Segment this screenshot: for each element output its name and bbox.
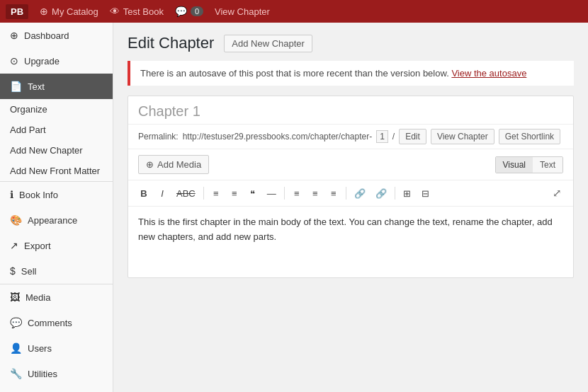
- logo: PB: [6, 4, 28, 19]
- sidebar-item-label: Users: [28, 343, 52, 354]
- top-bar: PB ⊕ My Catalog 👁 Test Book 💬 0 View Cha…: [0, 0, 588, 23]
- media-icon: 🖼: [10, 292, 20, 303]
- permalink-id: 1: [376, 130, 388, 143]
- link-button[interactable]: 🔗: [350, 185, 370, 202]
- add-media-icon: ⊕: [146, 159, 154, 170]
- appearance-icon: 🎨: [10, 214, 22, 226]
- toolbar-separator-3: [346, 187, 346, 200]
- sidebar-item-add-new-front-matter[interactable]: Add New Front Matter: [0, 161, 113, 181]
- add-media-label: Add Media: [157, 159, 201, 170]
- unlink-button[interactable]: 🔗: [371, 185, 391, 202]
- comments-icon: 💬: [10, 317, 22, 328]
- sidebar-item-label: Appearance: [28, 215, 77, 226]
- sidebar-item-comments[interactable]: 💬 Comments: [0, 310, 113, 335]
- sidebar-item-label: Text: [28, 81, 45, 92]
- chapter-title-input[interactable]: [138, 103, 563, 120]
- editor-box: Permalink: http://testuser29.pressbooks.…: [128, 96, 574, 278]
- toolbar-separator-1: [203, 187, 204, 200]
- sidebar-item-label: Media: [26, 292, 50, 303]
- eye-icon: 👁: [110, 6, 120, 17]
- sidebar-item-add-new-chapter[interactable]: Add New Chapter: [0, 140, 113, 161]
- strikethrough-button[interactable]: ABC: [172, 185, 200, 202]
- sidebar-item-label: Upgrade: [24, 56, 60, 67]
- italic-button[interactable]: I: [154, 185, 171, 202]
- page-title: Edit Chapter: [128, 34, 214, 52]
- comments-link[interactable]: 💬 0: [175, 6, 203, 17]
- users-icon: 👤: [10, 342, 22, 354]
- special-char-button[interactable]: ⊟: [417, 185, 434, 202]
- ordered-list-button[interactable]: ≡: [226, 185, 243, 202]
- sidebar-item-label: Export: [24, 241, 51, 251]
- editor-toolbar: B I ABC ≡ ≡ ❝ — ≡ ≡ ≡ 🔗 🔗 ⊞ ⊟ ⤢: [128, 180, 573, 207]
- dashboard-icon: ⊕: [10, 30, 18, 41]
- my-catalog-link[interactable]: ⊕ My Catalog: [40, 6, 98, 17]
- sidebar-item-media[interactable]: 🖼 Media: [0, 284, 113, 310]
- autosave-notice: There is an autosave of this post that i…: [128, 61, 574, 86]
- visual-tab[interactable]: Visual: [496, 157, 533, 173]
- layout: ⊕ Dashboard ⊙ Upgrade 📄 Text Organize Ad…: [0, 23, 588, 392]
- sidebar-item-label: Dashboard: [24, 30, 69, 41]
- book-info-icon: ℹ: [10, 189, 13, 200]
- align-center-button[interactable]: ≡: [307, 185, 324, 202]
- align-right-button[interactable]: ≡: [325, 185, 342, 202]
- view-chapter-link[interactable]: View Chapter: [215, 6, 270, 17]
- autosave-text: There is an autosave of this post that i…: [140, 68, 449, 79]
- add-new-chapter-button[interactable]: Add New Chapter: [224, 35, 312, 52]
- sidebar-item-export[interactable]: ↗ Export: [0, 233, 113, 258]
- add-media-button[interactable]: ⊕ Add Media: [138, 155, 209, 174]
- visual-text-toggle: Visual Text: [495, 156, 563, 173]
- sidebar-item-add-part[interactable]: Add Part: [0, 120, 113, 140]
- comment-count: 0: [191, 6, 203, 16]
- permalink-url: http://testuser29.pressbooks.com/chapter…: [183, 132, 372, 142]
- sidebar-item-users[interactable]: 👤 Users: [0, 335, 113, 361]
- sidebar-item-utilities[interactable]: 🔧 Utilities: [0, 361, 113, 386]
- align-left-button[interactable]: ≡: [288, 185, 305, 202]
- autosave-link[interactable]: View the autosave: [451, 68, 526, 79]
- insert-table-button[interactable]: ⊞: [399, 185, 416, 202]
- sidebar-item-upgrade[interactable]: ⊙ Upgrade: [0, 48, 113, 74]
- export-icon: ↗: [10, 240, 18, 251]
- toolbar-separator-4: [395, 187, 395, 200]
- view-chapter-label: View Chapter: [215, 6, 270, 17]
- test-book-label: Test Book: [123, 6, 164, 17]
- editor-body[interactable]: This is the first chapter in the main bo…: [128, 207, 573, 277]
- sidebar-item-label: Comments: [28, 318, 72, 328]
- unordered-list-button[interactable]: ≡: [208, 185, 225, 202]
- main-content: Edit Chapter Add New Chapter There is an…: [113, 23, 588, 392]
- test-book-link[interactable]: 👁 Test Book: [110, 6, 164, 17]
- permalink-label: Permalink:: [138, 132, 179, 142]
- toolbar-separator-2: [284, 187, 285, 200]
- get-shortlink-button[interactable]: Get Shortlink: [499, 129, 560, 144]
- comment-icon: 💬: [175, 6, 187, 17]
- blockquote-button[interactable]: ❝: [244, 185, 261, 202]
- permalink-slash: /: [392, 132, 395, 142]
- upgrade-icon: ⊙: [10, 55, 18, 67]
- sidebar-item-label: Book Info: [19, 190, 58, 200]
- sidebar-item-organize[interactable]: Organize: [0, 99, 113, 120]
- utilities-icon: 🔧: [10, 368, 22, 379]
- sell-icon: $: [10, 265, 16, 277]
- edit-permalink-button[interactable]: Edit: [399, 129, 426, 144]
- my-catalog-label: My Catalog: [52, 6, 98, 17]
- chapter-title-bar: [128, 96, 573, 125]
- fullscreen-button[interactable]: ⤢: [548, 185, 566, 202]
- permalink-bar: Permalink: http://testuser29.pressbooks.…: [128, 125, 573, 149]
- text-icon: 📄: [10, 81, 22, 92]
- sidebar-item-dashboard[interactable]: ⊕ Dashboard: [0, 23, 113, 48]
- hr-button[interactable]: —: [263, 185, 281, 202]
- bold-button[interactable]: B: [135, 185, 152, 202]
- sidebar-item-appearance[interactable]: 🎨 Appearance: [0, 207, 113, 233]
- sidebar-item-label: Utilities: [28, 369, 57, 379]
- media-row: ⊕ Add Media Visual Text: [128, 149, 573, 180]
- sidebar-item-book-info[interactable]: ℹ Book Info: [0, 182, 113, 207]
- sidebar-item-sell[interactable]: $ Sell: [0, 258, 113, 284]
- text-tab[interactable]: Text: [533, 157, 562, 173]
- sidebar-item-text[interactable]: 📄 Text: [0, 74, 113, 99]
- catalog-icon: ⊕: [40, 6, 48, 17]
- view-chapter-button[interactable]: View Chapter: [431, 129, 494, 144]
- sidebar: ⊕ Dashboard ⊙ Upgrade 📄 Text Organize Ad…: [0, 23, 113, 392]
- sidebar-item-label: Sell: [21, 266, 37, 277]
- page-header: Edit Chapter Add New Chapter: [128, 34, 574, 52]
